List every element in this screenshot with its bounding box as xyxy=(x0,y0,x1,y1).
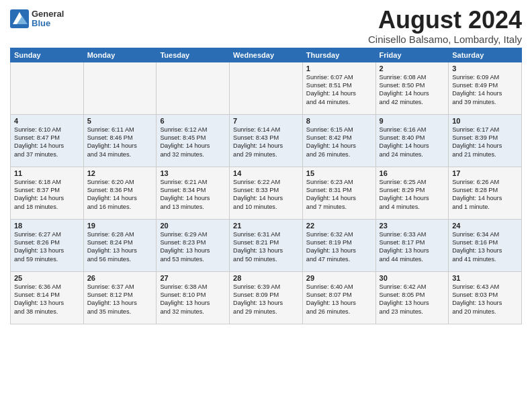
day-info: Sunrise: 6:39 AM Sunset: 8:09 PM Dayligh… xyxy=(233,283,299,316)
day-info: Sunrise: 6:07 AM Sunset: 8:51 PM Dayligh… xyxy=(306,73,372,107)
day-info: Sunrise: 6:38 AM Sunset: 8:10 PM Dayligh… xyxy=(160,283,226,316)
calendar-week-3: 11Sunrise: 6:18 AM Sunset: 8:37 PM Dayli… xyxy=(11,167,522,219)
calendar-week-1: 1Sunrise: 6:07 AM Sunset: 8:51 PM Daylig… xyxy=(11,62,522,114)
day-info: Sunrise: 6:08 AM Sunset: 8:50 PM Dayligh… xyxy=(380,73,445,107)
day-number: 20 xyxy=(160,222,226,230)
day-info: Sunrise: 6:32 AM Sunset: 8:19 PM Dayligh… xyxy=(306,230,372,264)
calendar-cell: 19Sunrise: 6:28 AM Sunset: 8:24 PM Dayli… xyxy=(83,219,157,271)
header-tuesday: Tuesday xyxy=(157,48,230,62)
calendar-cell: 9Sunrise: 6:16 AM Sunset: 8:40 PM Daylig… xyxy=(375,114,449,167)
day-info: Sunrise: 6:36 AM Sunset: 8:14 PM Dayligh… xyxy=(14,283,80,316)
day-info: Sunrise: 6:21 AM Sunset: 8:34 PM Dayligh… xyxy=(160,178,226,212)
calendar-cell: 14Sunrise: 6:22 AM Sunset: 8:33 PM Dayli… xyxy=(230,167,303,219)
day-number: 2 xyxy=(380,64,445,73)
day-info: Sunrise: 6:31 AM Sunset: 8:21 PM Dayligh… xyxy=(233,230,299,264)
day-number: 24 xyxy=(452,222,518,230)
day-number: 15 xyxy=(306,169,372,177)
calendar-header: SundayMondayTuesdayWednesdayThursdayFrid… xyxy=(11,48,522,62)
calendar-cell: 17Sunrise: 6:26 AM Sunset: 8:28 PM Dayli… xyxy=(449,167,522,219)
logo-icon xyxy=(10,9,29,28)
calendar-cell: 31Sunrise: 6:43 AM Sunset: 8:03 PM Dayli… xyxy=(449,271,522,324)
header-friday: Friday xyxy=(375,48,449,62)
day-number: 7 xyxy=(233,117,299,125)
calendar-cell: 11Sunrise: 6:18 AM Sunset: 8:37 PM Dayli… xyxy=(11,167,84,219)
calendar-cell: 15Sunrise: 6:23 AM Sunset: 8:31 PM Dayli… xyxy=(302,167,375,219)
day-number: 10 xyxy=(452,117,518,125)
day-info: Sunrise: 6:34 AM Sunset: 8:16 PM Dayligh… xyxy=(452,230,518,264)
day-info: Sunrise: 6:18 AM Sunset: 8:37 PM Dayligh… xyxy=(14,178,80,212)
calendar-cell: 23Sunrise: 6:33 AM Sunset: 8:17 PM Dayli… xyxy=(375,219,449,271)
day-info: Sunrise: 6:11 AM Sunset: 8:46 PM Dayligh… xyxy=(87,126,153,159)
day-number: 25 xyxy=(14,274,80,282)
calendar-cell: 4Sunrise: 6:10 AM Sunset: 8:47 PM Daylig… xyxy=(11,114,84,167)
day-info: Sunrise: 6:16 AM Sunset: 8:40 PM Dayligh… xyxy=(380,126,445,159)
day-number: 29 xyxy=(306,274,372,282)
calendar-cell: 6Sunrise: 6:12 AM Sunset: 8:45 PM Daylig… xyxy=(157,114,230,167)
day-number: 23 xyxy=(380,222,445,230)
day-number: 17 xyxy=(452,169,518,177)
day-number: 26 xyxy=(87,274,153,282)
day-info: Sunrise: 6:10 AM Sunset: 8:47 PM Dayligh… xyxy=(14,126,80,159)
calendar-cell: 10Sunrise: 6:17 AM Sunset: 8:39 PM Dayli… xyxy=(449,114,522,167)
location-title: Cinisello Balsamo, Lombardy, Italy xyxy=(368,34,522,45)
title-block: August 2024 Cinisello Balsamo, Lombardy,… xyxy=(368,7,522,45)
day-info: Sunrise: 6:37 AM Sunset: 8:12 PM Dayligh… xyxy=(87,283,153,316)
header-thursday: Thursday xyxy=(302,48,375,62)
calendar-cell xyxy=(157,62,230,114)
day-number: 8 xyxy=(306,117,372,125)
header-sunday: Sunday xyxy=(11,48,84,62)
header-monday: Monday xyxy=(83,48,157,62)
calendar-cell: 16Sunrise: 6:25 AM Sunset: 8:29 PM Dayli… xyxy=(375,167,449,219)
calendar-week-5: 25Sunrise: 6:36 AM Sunset: 8:14 PM Dayli… xyxy=(11,271,522,324)
day-info: Sunrise: 6:43 AM Sunset: 8:03 PM Dayligh… xyxy=(452,283,518,316)
day-number: 21 xyxy=(233,222,299,230)
day-info: Sunrise: 6:28 AM Sunset: 8:24 PM Dayligh… xyxy=(87,230,153,264)
day-number: 27 xyxy=(160,274,226,282)
calendar-cell: 20Sunrise: 6:29 AM Sunset: 8:23 PM Dayli… xyxy=(157,219,230,271)
day-number: 12 xyxy=(87,169,153,177)
calendar-cell: 13Sunrise: 6:21 AM Sunset: 8:34 PM Dayli… xyxy=(157,167,230,219)
calendar-cell xyxy=(83,62,157,114)
calendar-week-2: 4Sunrise: 6:10 AM Sunset: 8:47 PM Daylig… xyxy=(11,114,522,167)
day-number: 11 xyxy=(14,169,80,177)
calendar-cell: 25Sunrise: 6:36 AM Sunset: 8:14 PM Dayli… xyxy=(11,271,84,324)
calendar-cell xyxy=(11,62,84,114)
calendar-cell xyxy=(230,62,303,114)
day-number: 13 xyxy=(160,169,226,177)
calendar-cell: 27Sunrise: 6:38 AM Sunset: 8:10 PM Dayli… xyxy=(157,271,230,324)
logo-text: General Blue xyxy=(32,9,64,29)
day-info: Sunrise: 6:23 AM Sunset: 8:31 PM Dayligh… xyxy=(306,178,372,212)
day-info: Sunrise: 6:26 AM Sunset: 8:28 PM Dayligh… xyxy=(452,178,518,212)
calendar-cell: 1Sunrise: 6:07 AM Sunset: 8:51 PM Daylig… xyxy=(302,62,375,114)
calendar-week-4: 18Sunrise: 6:27 AM Sunset: 8:26 PM Dayli… xyxy=(11,219,522,271)
day-number: 19 xyxy=(87,222,153,230)
day-number: 3 xyxy=(452,64,518,73)
day-info: Sunrise: 6:29 AM Sunset: 8:23 PM Dayligh… xyxy=(160,230,226,264)
logo-blue: Blue xyxy=(32,19,64,28)
calendar-cell: 12Sunrise: 6:20 AM Sunset: 8:36 PM Dayli… xyxy=(83,167,157,219)
day-number: 9 xyxy=(380,117,445,125)
calendar-cell: 18Sunrise: 6:27 AM Sunset: 8:26 PM Dayli… xyxy=(11,219,84,271)
day-info: Sunrise: 6:17 AM Sunset: 8:39 PM Dayligh… xyxy=(452,126,518,159)
calendar-table: SundayMondayTuesdayWednesdayThursdayFrid… xyxy=(10,48,522,324)
calendar-cell: 28Sunrise: 6:39 AM Sunset: 8:09 PM Dayli… xyxy=(230,271,303,324)
day-info: Sunrise: 6:20 AM Sunset: 8:36 PM Dayligh… xyxy=(87,178,153,212)
day-number: 14 xyxy=(233,169,299,177)
day-info: Sunrise: 6:22 AM Sunset: 8:33 PM Dayligh… xyxy=(233,178,299,212)
header-wednesday: Wednesday xyxy=(230,48,303,62)
calendar-cell: 26Sunrise: 6:37 AM Sunset: 8:12 PM Dayli… xyxy=(83,271,157,324)
header-row-days: SundayMondayTuesdayWednesdayThursdayFrid… xyxy=(11,48,522,62)
calendar-cell: 21Sunrise: 6:31 AM Sunset: 8:21 PM Dayli… xyxy=(230,219,303,271)
day-number: 6 xyxy=(160,117,226,125)
day-info: Sunrise: 6:33 AM Sunset: 8:17 PM Dayligh… xyxy=(380,230,445,264)
calendar-cell: 8Sunrise: 6:15 AM Sunset: 8:42 PM Daylig… xyxy=(302,114,375,167)
day-info: Sunrise: 6:14 AM Sunset: 8:43 PM Dayligh… xyxy=(233,126,299,159)
calendar-cell: 5Sunrise: 6:11 AM Sunset: 8:46 PM Daylig… xyxy=(83,114,157,167)
day-info: Sunrise: 6:27 AM Sunset: 8:26 PM Dayligh… xyxy=(14,230,80,264)
day-number: 28 xyxy=(233,274,299,282)
month-title: August 2024 xyxy=(368,7,522,34)
day-info: Sunrise: 6:09 AM Sunset: 8:49 PM Dayligh… xyxy=(452,73,518,107)
day-info: Sunrise: 6:15 AM Sunset: 8:42 PM Dayligh… xyxy=(306,126,372,159)
day-number: 31 xyxy=(452,274,518,282)
day-number: 16 xyxy=(380,169,445,177)
